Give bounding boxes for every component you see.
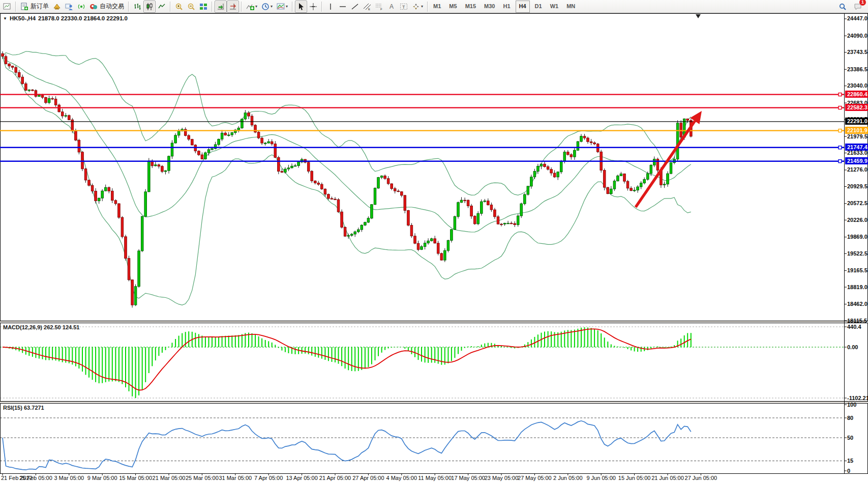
- timeframe-button-d1[interactable]: D1: [532, 1, 545, 12]
- chevron-down-icon[interactable]: ▾: [255, 4, 257, 9]
- navigator-button[interactable]: [63, 1, 75, 13]
- price-axis-tick: 24447.0: [847, 15, 867, 21]
- panel-splitter: [0, 402, 868, 403]
- price-line-badge: 21459.9: [845, 157, 868, 164]
- new-chart-icon: [3, 3, 11, 11]
- timeframe-button-m5[interactable]: M5: [446, 1, 460, 12]
- price-axis-tick: 21276.0: [847, 166, 867, 173]
- signals-button[interactable]: [75, 1, 87, 13]
- price-axis-tick: 19165.5: [847, 267, 867, 273]
- cursor-tool-button[interactable]: [295, 1, 307, 13]
- date-axis-label: 2 Jun 05:00: [553, 475, 583, 481]
- date-axis-label: 21 Jun 05:00: [651, 475, 684, 481]
- macd-signal-value: 124.51: [63, 324, 80, 330]
- arrows-tool-button[interactable]: ▾: [410, 1, 425, 13]
- fibonacci-tool-button[interactable]: F: [373, 1, 385, 13]
- zoom-in-button[interactable]: [173, 1, 185, 13]
- symbol-timeframe-label: HK50-,H4: [10, 15, 36, 21]
- candlestick-chart-icon: [145, 3, 154, 11]
- date-axis-label: 4 May 05:00: [386, 475, 417, 481]
- autotrading-label: 自动交易: [100, 2, 124, 11]
- timeframe-button-h1[interactable]: H1: [500, 1, 513, 12]
- chevron-down-icon[interactable]: ▾: [286, 4, 288, 9]
- date-axis-label: 17 May 05:00: [451, 475, 485, 481]
- bar-chart-button[interactable]: [131, 1, 143, 13]
- price-line-badge: 22860.4: [845, 91, 868, 98]
- templates-icon: [277, 3, 285, 11]
- price-axis-tick: 18819.0: [847, 284, 867, 290]
- equidistant-channel-icon: E: [363, 3, 371, 11]
- market-watch-button[interactable]: [51, 1, 63, 13]
- timeframe-button-h4[interactable]: H4: [516, 1, 530, 13]
- channel-tool-button[interactable]: E: [361, 1, 373, 13]
- price-chart-canvas[interactable]: [0, 0, 868, 482]
- chart-shift-button[interactable]: [227, 1, 239, 13]
- rsi-axis-tick: 80: [847, 415, 853, 421]
- new-chart-button[interactable]: [1, 1, 13, 13]
- line-handle: [839, 106, 842, 109]
- candlestick-chart-button[interactable]: [143, 1, 156, 13]
- date-axis-label: 31 Mar 05:00: [219, 475, 252, 481]
- tile-windows-button[interactable]: [197, 1, 209, 13]
- crosshair-tool-button[interactable]: [307, 1, 319, 13]
- bar-chart-icon: [133, 3, 141, 11]
- timeframe-button-w1[interactable]: W1: [547, 1, 562, 12]
- chevron-down-icon[interactable]: ▾: [271, 4, 273, 9]
- line-handle: [839, 146, 842, 149]
- date-axis-label: 9 Jun 05:00: [586, 475, 616, 481]
- macd-axis-tick: 440.4: [847, 324, 861, 330]
- svg-text:E: E: [368, 8, 370, 11]
- date-axis-label: 13 Apr 05:00: [286, 475, 317, 481]
- timeframe-group: M1M5M15M30H1H4D1W1MN: [430, 1, 578, 13]
- horizontal-line-tool-button[interactable]: [337, 1, 349, 13]
- timeframe-button-m30[interactable]: M30: [481, 1, 498, 12]
- text-tool-button[interactable]: A: [385, 1, 398, 13]
- svg-text:F: F: [380, 8, 382, 11]
- new-order-button[interactable]: 新订单: [18, 1, 51, 13]
- price-axis-tick: 23386.5: [847, 66, 867, 72]
- rsi-axis-tick: 50: [847, 435, 853, 441]
- date-axis-label: 25 Mar 05:00: [186, 475, 219, 481]
- timeframe-button-mn[interactable]: MN: [563, 1, 578, 12]
- periods-button[interactable]: ▾: [259, 1, 275, 13]
- label-tool-button[interactable]: T: [398, 1, 410, 13]
- zoom-out-button[interactable]: [185, 1, 197, 13]
- toolbar-separator: [128, 2, 129, 12]
- timeframe-button-m1[interactable]: M1: [430, 1, 444, 12]
- symbol-dropdown-icon[interactable]: ▼: [3, 16, 7, 21]
- zoom-out-icon: [187, 3, 195, 11]
- auto-scroll-icon: [217, 3, 225, 11]
- autotrading-button[interactable]: 自动交易: [87, 1, 126, 13]
- auto-scroll-button[interactable]: [215, 1, 227, 13]
- chevron-down-icon[interactable]: ▾: [421, 4, 423, 9]
- search-button[interactable]: [836, 1, 849, 13]
- templates-button[interactable]: ▾: [275, 1, 290, 13]
- new-order-icon: [20, 3, 28, 11]
- indicators-button[interactable]: ▾: [244, 1, 259, 13]
- price-line-badge: 22582.3: [845, 104, 868, 111]
- timeframe-button-m15[interactable]: M15: [462, 1, 479, 12]
- fibonacci-icon: F: [375, 3, 383, 11]
- crosshair-icon: [309, 3, 317, 11]
- chart-title[interactable]: ▼ HK50-,H4 21878.0 22330.0 21864.0 22291…: [3, 15, 128, 21]
- date-axis-label: 11 May 05:00: [418, 475, 452, 481]
- price-axis-tick: 21979.5: [847, 133, 867, 139]
- trendline-icon: [351, 3, 359, 11]
- line-chart-icon: [158, 3, 166, 11]
- navigator-icon: [65, 3, 73, 11]
- date-axis-label: 23 May 05:00: [485, 475, 519, 481]
- ohlc-values: 21878.0 22330.0 21864.0 22291.0: [38, 15, 128, 21]
- price-axis-tick: 20929.5: [847, 183, 867, 189]
- tile-windows-icon: [199, 3, 207, 11]
- trendline-tool-button[interactable]: [349, 1, 361, 13]
- toolbar-separator: [15, 2, 16, 12]
- signals-icon: [77, 3, 85, 11]
- vertical-line-tool-button[interactable]: [324, 1, 337, 13]
- price-axis-tick: 20572.5: [847, 200, 867, 206]
- autotrading-icon: [89, 3, 98, 11]
- date-axis-label: 25 Feb 05:00: [19, 475, 52, 481]
- shapes-icon: [412, 3, 420, 11]
- notifications-button[interactable]: 1: [852, 1, 864, 13]
- date-axis-label: 15 Mar 05:00: [119, 475, 152, 481]
- line-chart-button[interactable]: [156, 1, 168, 13]
